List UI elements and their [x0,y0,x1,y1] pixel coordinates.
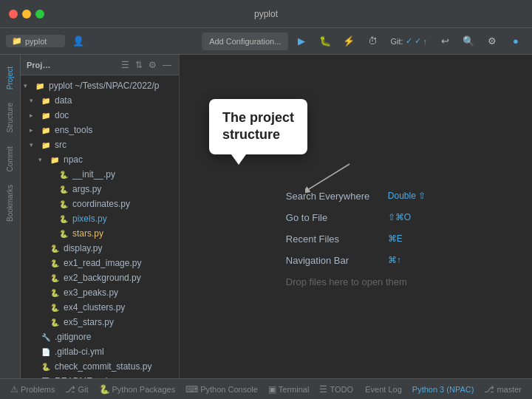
panel-sort-icon[interactable]: ⇅ [134,58,144,72]
status-python-info[interactable]: Python 3 (NPAC) [408,385,479,394]
status-git[interactable]: ⎇ Git [61,379,92,399]
sidebar-item-bookmarks[interactable]: Bookmarks [3,179,17,228]
tree-item-ex4[interactable]: 🐍 ex4_clusters.py [21,300,179,315]
shortcut-drop-files: Drop files here to open them [286,276,426,287]
status-problems[interactable]: ⚠ Problems [6,379,59,399]
file-label: coordinates.py [72,199,130,209]
py-icon: 🐍 [58,228,69,239]
drop-text: Drop files here to open them [286,276,407,287]
maximize-button[interactable] [35,10,44,18]
panel-title: Proj… [27,61,117,69]
status-todo[interactable]: ☰ TODO [315,379,358,399]
arrow-icon [38,156,47,163]
tree-item-root[interactable]: 📁 pyplot ~/Tests/NPAC/2022/p [21,78,179,93]
python-info-label: Python 3 (NPAC) [412,385,474,394]
python-console-label: Python Console [200,385,258,394]
sidebar-item-project[interactable]: Project [3,61,17,95]
shortcut-key: ⇧⌘O [388,212,411,222]
file-label: check_commit_status.py [55,361,151,372]
python-packages-icon: 🐍 [99,384,110,395]
user-button[interactable]: 👤 [68,33,89,50]
folder-icon: 📁 [40,125,52,135]
add-configuration-button[interactable]: Add Configuration... [202,33,288,50]
file-label: stars.py [72,228,103,239]
svg-line-1 [309,164,349,189]
folder-icon: 📁 [40,95,52,106]
file-label: __init__.py [72,169,115,180]
debug-button[interactable]: 🐛 [315,33,335,50]
status-python-console[interactable]: ⌨ Python Console [181,379,262,399]
tree-item-src[interactable]: 📁 src [21,137,179,152]
project-selector[interactable]: 📁 pyplot [6,35,65,47]
side-tabs: Project Structure Commit Bookmarks [0,55,21,378]
tree-item-ens-tools[interactable]: 📁 ens_tools [21,123,179,137]
tree-item-data[interactable]: 📁 data [21,93,179,108]
py-icon: 🐍 [49,317,61,327]
callout-line1: The project [222,110,294,125]
git-check-icon: ✓ [406,36,412,46]
close-button[interactable] [9,10,18,18]
tree-item-npac[interactable]: 📁 npac [21,152,179,167]
sidebar-item-commit[interactable]: Commit [3,140,17,177]
undo-button[interactable]: ↩ [434,33,455,50]
panel-settings-icon[interactable]: ⚙ [147,58,158,72]
event-log-label: Event Log [365,385,402,394]
tree-item-gitlab-ci[interactable]: 📄 .gitlab-ci.yml [21,344,179,359]
shortcut-label: Navigation Bar [286,255,382,266]
branch-label: master [497,385,522,394]
status-right: Event Log Python 3 (NPAC) ⎇ master [361,384,526,395]
yml-icon: 📄 [40,347,52,357]
run-button[interactable]: ▶ [291,33,312,50]
window-title: pyplot [254,9,278,19]
status-event-log[interactable]: Event Log [361,385,406,394]
folder-icon: 📁 [40,140,52,150]
sidebar-item-structure[interactable]: Structure [3,97,17,139]
md-icon: 📝 [40,376,52,378]
tree-item-ex5[interactable]: 🐍 ex5_stars.py [21,315,179,330]
py-icon: 🐍 [58,199,69,209]
tree-item-ex1[interactable]: 🐍 ex1_read_image.py [21,256,179,270]
py-icon: 🐍 [49,243,61,253]
profile-button[interactable]: ⏱ [362,33,383,50]
tree-item-ex3[interactable]: 🐍 ex3_peaks.py [21,285,179,300]
file-tree: 📁 pyplot ~/Tests/NPAC/2022/p 📁 data 📁 do… [21,75,179,378]
todo-label: TODO [330,385,353,394]
minimize-button[interactable] [22,10,31,18]
coverage-button[interactable]: ⚡ [338,33,359,50]
status-terminal[interactable]: ▣ Terminal [264,379,314,399]
file-label: ens_tools [55,125,92,135]
shortcut-navigation-bar: Navigation Bar ⌘↑ [286,255,426,266]
shortcut-key: Double ⇧ [388,191,426,201]
todo-icon: ☰ [319,384,327,395]
tree-item-doc[interactable]: 📁 doc [21,108,179,123]
shortcut-label: Go to File [286,212,382,223]
tree-item-init[interactable]: 🐍 __init__.py [21,167,179,182]
search-button[interactable]: 🔍 [458,33,479,50]
git-check2-icon: ✓ [415,36,421,46]
settings-button[interactable]: ⚙ [482,33,502,50]
tree-item-coordinates[interactable]: 🐍 coordinates.py [21,197,179,211]
file-label: data [55,95,72,106]
tree-item-ex2[interactable]: 🐍 ex2_background.py [21,270,179,285]
tree-item-check-commit[interactable]: 🐍 check_commit_status.py [21,359,179,374]
file-label: README.md [55,376,107,378]
main-content: Project Structure Commit Bookmarks Proj…… [0,55,532,378]
file-label: ex2_background.py [64,273,141,283]
panel-list-icon[interactable]: ☰ [120,58,131,72]
folder-icon: 📁 [49,154,61,165]
tree-item-gitignore[interactable]: 🔧 .gitignore [21,330,179,344]
traffic-lights [9,10,44,18]
status-python-packages[interactable]: 🐍 Python Packages [95,379,180,399]
shortcuts-area: Search Everywhere Double ⇧ Go to File ⇧⌘… [286,191,426,287]
tree-item-readme[interactable]: 📝 README.md [21,374,179,378]
panel-close-icon[interactable]: — [161,58,173,72]
tree-item-args[interactable]: 🐍 args.py [21,182,179,197]
tree-item-pixels[interactable]: 🐍 pixels.py [21,211,179,226]
shortcut-goto-file: Go to File ⇧⌘O [286,212,426,223]
status-branch[interactable]: ⎇ master [480,384,526,395]
file-label: pyplot ~/Tests/NPAC/2022/p [49,81,160,91]
tree-item-stars[interactable]: 🐍 stars.py [21,226,179,241]
file-label: .gitlab-ci.yml [55,347,104,357]
arrow-icon [30,112,38,119]
tree-item-display[interactable]: 🐍 display.py [21,241,179,256]
